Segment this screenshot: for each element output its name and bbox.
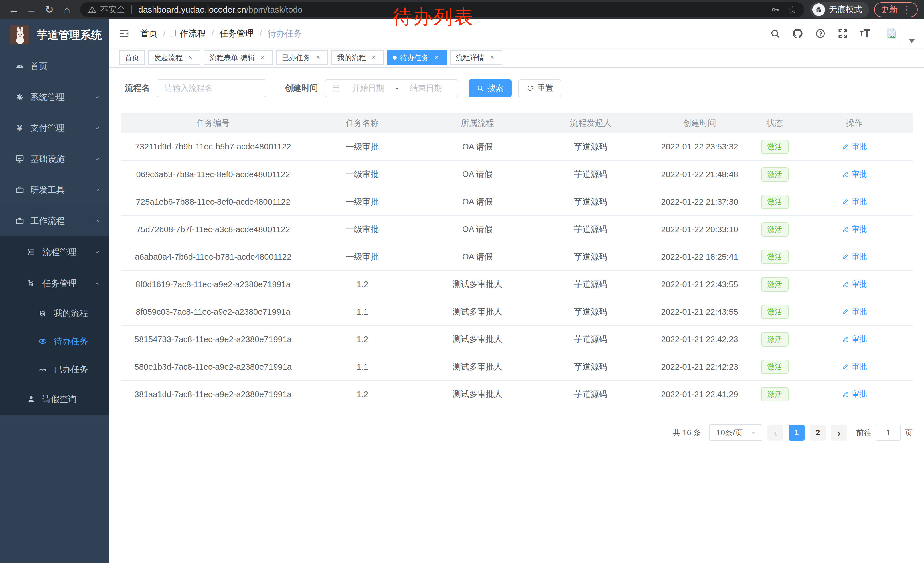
initiator-cell: 芋道源码	[536, 381, 645, 408]
status-badge: 激活	[761, 332, 789, 347]
sidebar-item-leave-query[interactable]: 请假查询	[0, 383, 110, 415]
sidebar-item-infrastructure[interactable]: 基础设施	[0, 144, 110, 174]
reset-button[interactable]: 重置	[518, 79, 561, 97]
approve-button[interactable]: 审批	[842, 169, 867, 179]
create-time-cell: 2022-01-22 18:25:41	[646, 243, 753, 270]
status-badge: 激活	[761, 360, 789, 374]
browser-menu-icon[interactable]: ⋮	[902, 4, 911, 15]
collapse-sidebar-icon[interactable]	[118, 28, 130, 39]
page-size-select[interactable]: 10条/页	[709, 424, 762, 441]
approve-button[interactable]: 审批	[842, 279, 867, 289]
table-row: 580e1b3d-7ac8-11ec-a9e2-a2380e71991a 1.1…	[121, 353, 912, 381]
approve-button[interactable]: 审批	[842, 362, 867, 372]
sidebar-item-todo-tasks[interactable]: 待办任务	[0, 327, 110, 355]
url-bar[interactable]: 不安全 dashboard.yudao.iocoder.cn /bpm/task…	[80, 2, 804, 17]
gear-icon	[14, 92, 26, 102]
breadcrumb-task-mgmt[interactable]: 任务管理	[219, 28, 254, 39]
browser-forward-icon[interactable]: →	[24, 4, 39, 16]
breadcrumb-home[interactable]: 首页	[140, 28, 158, 39]
start-date-placeholder[interactable]: 开始日期	[343, 83, 393, 94]
sidebar-item-process-mgmt[interactable]: 流程管理	[0, 236, 110, 268]
end-date-placeholder[interactable]: 结束日期	[401, 83, 452, 94]
search-button[interactable]: 搜索	[469, 79, 512, 97]
total-count: 共 16 条	[673, 428, 701, 438]
process-cell: 测试多审批人	[419, 298, 536, 326]
tab-home[interactable]: 首页	[119, 50, 145, 65]
prev-page-button[interactable]: ‹	[767, 425, 783, 441]
close-icon[interactable]: ×	[369, 53, 378, 62]
fullscreen-icon[interactable]	[837, 28, 848, 39]
active-tab-dot	[393, 56, 397, 60]
create-time-label: 创建时间	[285, 83, 318, 94]
tab-process-form-edit[interactable]: 流程表单-编辑 ×	[204, 50, 273, 65]
person-icon	[25, 395, 37, 404]
process-cell: OA 请假	[419, 161, 536, 188]
tab-todo-tasks[interactable]: 待办任务 ×	[387, 50, 447, 65]
page-button-1[interactable]: 1	[789, 425, 805, 441]
approve-button[interactable]: 审批	[842, 197, 867, 207]
initiator-cell: 芋道源码	[536, 188, 645, 216]
bookmark-star-icon[interactable]: ☆	[788, 4, 797, 15]
task-id-cell: 580e1b3d-7ac8-11ec-a9e2-a2380e71991a	[121, 353, 305, 381]
urlbar-divider	[131, 6, 132, 14]
table-header-cell: 状态	[753, 113, 796, 133]
search-icon[interactable]	[770, 28, 781, 39]
status-cell: 激活	[753, 353, 796, 381]
close-icon[interactable]: ×	[186, 53, 195, 62]
tab-my-process[interactable]: 我的流程 ×	[332, 50, 384, 65]
tab-process-detail[interactable]: 流程详情 ×	[450, 50, 502, 65]
close-icon[interactable]: ×	[314, 53, 322, 62]
password-key-icon[interactable]	[771, 5, 780, 15]
briefcase-icon	[14, 216, 26, 226]
list-icon	[25, 248, 37, 257]
sidebar-item-workflow[interactable]: 工作流程	[0, 205, 110, 236]
close-icon[interactable]: ×	[258, 53, 267, 62]
sidebar-item-system[interactable]: 系统管理	[0, 82, 110, 113]
table-row: 75d72608-7b7f-11ec-a3c8-acde48001122 一级审…	[121, 216, 912, 243]
table-header-cell: 任务编号	[121, 113, 305, 133]
todo-task-table: 任务编号任务名称所属流程流程发起人创建时间状态操作 73211d9d-7b9b-…	[121, 113, 912, 408]
process-cell: OA 请假	[419, 188, 536, 216]
sidebar-item-done-tasks[interactable]: 已办任务	[0, 355, 110, 383]
app-logo-row[interactable]: 芋道管理系统	[0, 19, 110, 51]
close-icon[interactable]: ×	[432, 53, 441, 62]
browser-home-icon[interactable]: ⌂	[60, 4, 74, 16]
github-icon[interactable]	[792, 28, 804, 39]
browser-back-icon[interactable]: ←	[6, 4, 21, 16]
approve-button[interactable]: 审批	[842, 224, 867, 234]
browser-reload-icon[interactable]: ↻	[42, 4, 57, 16]
tab-done-tasks[interactable]: 已办任务 ×	[276, 50, 328, 65]
sidebar-item-payment[interactable]: ¥ 支付管理	[0, 113, 110, 144]
date-range-picker[interactable]: 开始日期 - 结束日期	[325, 79, 458, 97]
sidebar-item-my-process[interactable]: 我的流程	[0, 299, 110, 327]
initiator-cell: 芋道源码	[536, 243, 645, 270]
approve-button[interactable]: 审批	[842, 141, 867, 152]
process-name-label: 流程名	[125, 83, 150, 94]
approve-button[interactable]: 审批	[842, 334, 867, 344]
table-row: 381aa1dd-7ac8-11ec-a9e2-a2380e71991a 1.2…	[121, 381, 912, 408]
next-page-button[interactable]: ›	[831, 425, 847, 441]
font-size-icon[interactable]: TT	[860, 27, 870, 40]
avatar[interactable]	[882, 24, 901, 43]
tab-start-process[interactable]: 发起流程 ×	[148, 50, 200, 65]
breadcrumb-separator: /	[211, 29, 213, 38]
eye-icon	[37, 336, 49, 346]
sidebar-item-task-mgmt[interactable]: 任务管理	[0, 268, 110, 299]
task-name-cell: 一级审批	[305, 161, 419, 188]
sidebar-item-home[interactable]: 首页	[0, 51, 110, 82]
sidebar-item-devtools[interactable]: 研发工具	[0, 174, 110, 205]
page-button-2[interactable]: 2	[810, 425, 826, 441]
chevron-down-icon	[750, 429, 756, 436]
goto-label: 前往	[856, 428, 872, 438]
close-icon[interactable]: ×	[488, 53, 496, 62]
browser-update-button[interactable]: 更新 ⋮	[874, 2, 918, 17]
approve-button[interactable]: 审批	[842, 389, 867, 399]
breadcrumb-workflow[interactable]: 工作流程	[171, 28, 206, 39]
process-cell: OA 请假	[419, 216, 536, 243]
goto-page-input[interactable]	[876, 425, 901, 441]
approve-button[interactable]: 审批	[842, 306, 867, 317]
process-name-input[interactable]	[157, 79, 267, 97]
help-icon[interactable]	[815, 28, 826, 39]
approve-button[interactable]: 审批	[842, 251, 867, 262]
avatar-caret-icon[interactable]	[909, 39, 915, 43]
